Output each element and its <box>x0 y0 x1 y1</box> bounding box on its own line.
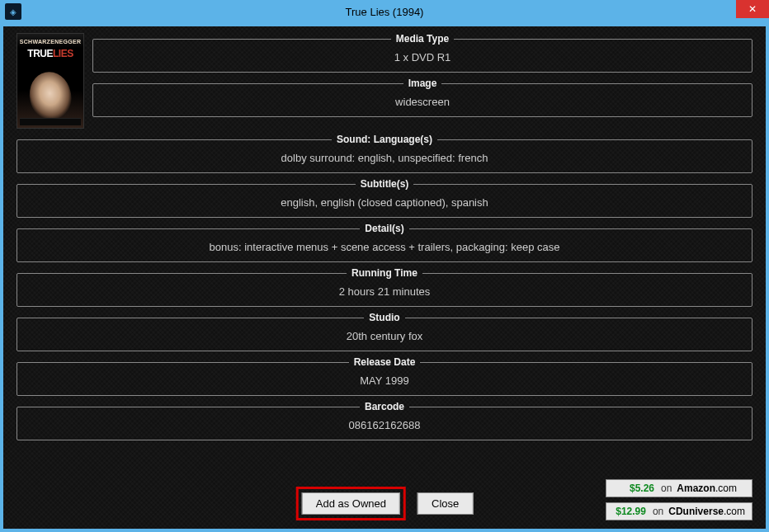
price-links: $5.26 on Amazon.com $12.99 on CDuniverse… <box>606 479 752 520</box>
highlight-frame: Add as Owned <box>296 487 406 520</box>
poster-title-red: LIES <box>53 48 73 59</box>
price-on: on <box>661 483 672 494</box>
content-area: SCHWARZENEGGER TRUELIES Media Type 1 x D… <box>3 26 766 529</box>
price-link-cduniverse[interactable]: $12.99 on CDuniverse.com <box>606 502 752 520</box>
window-close-button[interactable]: ✕ <box>736 0 769 18</box>
top-fields-column: Media Type 1 x DVD R1 Image widescreen <box>92 33 752 117</box>
field-label: Detail(s) <box>360 223 408 234</box>
field-running-time: Running Time 2 hours 21 minutes <box>17 267 752 307</box>
window: ◈ True Lies (1994) ✕ SCHWARZENEGGER TRUE… <box>0 0 769 532</box>
bottom-bar: Add as Owned Close $5.26 on Amazon.com $… <box>17 479 752 529</box>
field-value: 086162162688 <box>24 419 745 431</box>
field-value: widescreen <box>100 96 745 108</box>
poster-face <box>26 68 76 123</box>
price-value: $5.26 <box>613 483 654 494</box>
center-buttons: Add as Owned Close <box>296 487 474 520</box>
top-row: SCHWARZENEGGER TRUELIES Media Type 1 x D… <box>17 33 752 129</box>
field-details: Detail(s) bonus: interactive menus + sce… <box>17 223 752 262</box>
field-value: english, english (closed captioned), spa… <box>24 196 745 209</box>
app-icon: ◈ <box>5 3 21 20</box>
field-value: MAY 1999 <box>24 374 745 387</box>
price-store: CDuniverse.com <box>668 506 745 517</box>
poster-title-white: TRUE <box>27 48 53 59</box>
full-fields-column: Sound: Language(s) dolby surround: engli… <box>17 134 752 440</box>
movie-poster: SCHWARZENEGGER TRUELIES <box>17 33 84 129</box>
titlebar: ◈ True Lies (1994) ✕ <box>0 0 769 23</box>
field-image: Image widescreen <box>92 78 752 117</box>
field-value: bonus: interactive menus + scene access … <box>24 241 745 253</box>
field-studio: Studio 20th century fox <box>17 312 752 351</box>
field-label: Running Time <box>347 267 422 279</box>
field-label: Subtitle(s) <box>356 178 414 190</box>
field-value: 20th century fox <box>24 330 745 342</box>
poster-top-banner: SCHWARZENEGGER <box>17 39 83 45</box>
field-subtitles: Subtitle(s) english, english (closed cap… <box>17 178 752 218</box>
price-value: $12.99 <box>613 506 646 517</box>
price-on: on <box>653 506 663 517</box>
field-label: Barcode <box>360 401 409 412</box>
field-media-type: Media Type 1 x DVD R1 <box>92 33 752 73</box>
field-label: Sound: Language(s) <box>332 134 437 145</box>
field-sound: Sound: Language(s) dolby surround: engli… <box>17 134 752 173</box>
field-value: dolby surround: english, unspecified: fr… <box>24 152 745 164</box>
field-release-date: Release Date MAY 1999 <box>17 356 752 396</box>
price-link-amazon[interactable]: $5.26 on Amazon.com <box>606 479 752 497</box>
field-label: Image <box>403 78 442 89</box>
field-label: Release Date <box>349 356 421 368</box>
window-title: True Lies (1994) <box>0 6 769 18</box>
field-label: Studio <box>364 312 404 323</box>
close-button[interactable]: Close <box>418 492 473 515</box>
field-value: 1 x DVD R1 <box>100 51 745 64</box>
price-store: Amazon.com <box>677 483 737 494</box>
poster-bottom-strip <box>20 118 81 125</box>
poster-title: TRUELIES <box>17 48 83 59</box>
field-value: 2 hours 21 minutes <box>24 285 745 298</box>
field-label: Media Type <box>391 33 454 45</box>
field-barcode: Barcode 086162162688 <box>17 401 752 440</box>
add-as-owned-button[interactable]: Add as Owned <box>302 492 400 515</box>
close-icon: ✕ <box>748 3 757 15</box>
